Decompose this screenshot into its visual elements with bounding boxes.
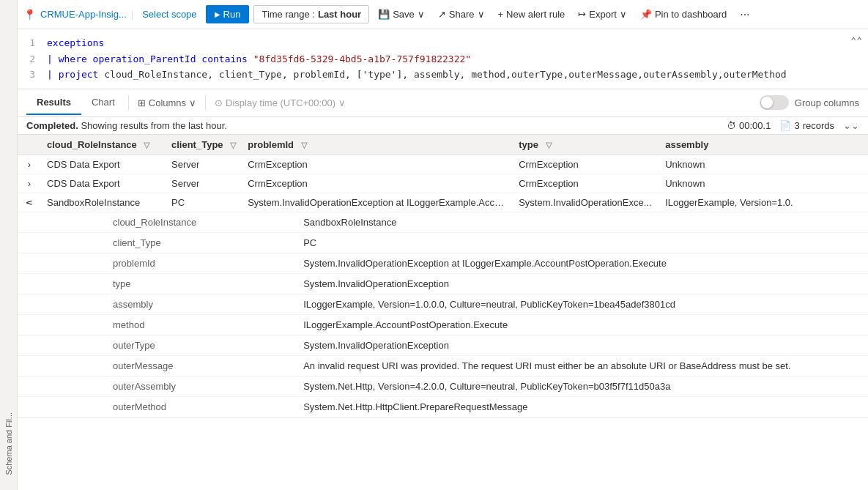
col-header-assembly[interactable]: assembly bbox=[659, 135, 868, 155]
col-header-cloud-role[interactable]: cloud_RoleInstance ▽ bbox=[41, 135, 166, 155]
duration-value: 00:00.1 bbox=[739, 120, 771, 131]
export-icon: ↦ bbox=[578, 9, 586, 20]
more-options-button[interactable]: ··· bbox=[735, 5, 754, 24]
table-row: › CDS Data Export Server CrmException Cr… bbox=[18, 155, 868, 174]
select-scope-button[interactable]: Select scope bbox=[138, 6, 201, 23]
group-columns-label: Group columns bbox=[795, 97, 859, 108]
results-table: cloud_RoleInstance ▽ client_Type ▽ probl… bbox=[18, 135, 868, 418]
code-string-value: "8fd35fd6-5329-4bd5-a1b7-757f91822322" bbox=[253, 53, 471, 64]
filter-type-icon[interactable]: ▽ bbox=[546, 141, 552, 149]
code-line-3-text[interactable]: | project cloud_RoleInstance, client_Typ… bbox=[47, 67, 868, 82]
tab-results[interactable]: Results bbox=[26, 91, 81, 115]
run-button[interactable]: ▶ Run bbox=[206, 5, 250, 23]
filter-problem-id-icon[interactable]: ▽ bbox=[301, 141, 307, 149]
expand-icon-1[interactable]: › bbox=[23, 159, 35, 170]
save-button[interactable]: 💾 Save ∨ bbox=[374, 6, 429, 23]
status-records: 📄 3 records bbox=[779, 120, 834, 131]
detail-value-problem-id: System.InvalidOperationException at ILog… bbox=[208, 253, 868, 273]
code-line-2-text[interactable]: | where operation_ParentId contains "8fd… bbox=[47, 52, 868, 67]
detail-label-problem-id: problemId bbox=[18, 253, 208, 273]
share-button[interactable]: ↗ Share ∨ bbox=[434, 6, 489, 23]
time-range-selector[interactable]: Time range : Last hour bbox=[253, 5, 369, 23]
col-label-assembly: assembly bbox=[665, 139, 708, 150]
share-chevron-icon: ∨ bbox=[478, 9, 485, 20]
code-line-3: 3 | project cloud_RoleInstance, client_T… bbox=[18, 67, 868, 83]
display-time-button[interactable]: ⊙ Display time (UTC+00:00) ∨ bbox=[209, 94, 352, 111]
detail-item: assembly ILoggerExample, Version=1.0.0.0… bbox=[18, 294, 868, 314]
app-name[interactable]: CRMUE-App-Insig... bbox=[40, 9, 127, 20]
detail-item: outerAssembly System.Net.Http, Version=4… bbox=[18, 376, 868, 396]
document-icon: 📄 bbox=[779, 120, 791, 131]
cell-type-2: CrmException bbox=[513, 174, 659, 193]
cell-problem-id-3: System.InvalidOperationException at ILog… bbox=[242, 193, 513, 212]
cell-client-type-1: Server bbox=[166, 155, 242, 174]
cell-problem-id-1: CrmException bbox=[242, 155, 513, 174]
detail-item: client_Type PC bbox=[18, 232, 868, 253]
detail-label-type: type bbox=[18, 273, 208, 294]
col-header-client-type[interactable]: client_Type ▽ bbox=[166, 135, 242, 155]
detail-value-outer-message: An invalid request URI was provided. The… bbox=[208, 355, 868, 376]
code-editor: 1 exceptions 2 | where operation_ParentI… bbox=[18, 29, 868, 89]
pin-label: Pin to dashboard bbox=[655, 9, 727, 20]
collapse-all-icon[interactable]: ⌄⌄ bbox=[843, 120, 859, 131]
time-range-value: Last hour bbox=[318, 9, 361, 20]
detail-item: cloud_RoleInstance SandboxRoleInstance bbox=[18, 212, 868, 233]
share-icon: ↗ bbox=[438, 9, 446, 20]
col-label-client-type: client_Type bbox=[171, 139, 223, 150]
pin-button[interactable]: 📌 Pin to dashboard bbox=[636, 6, 731, 23]
detail-item: method ILoggerExample.AccountPostOperati… bbox=[18, 314, 868, 335]
cell-cloud-role-1: CDS Data Export bbox=[41, 155, 166, 174]
table-header-row: cloud_RoleInstance ▽ client_Type ▽ probl… bbox=[18, 135, 868, 155]
toolbar: 📍 CRMUE-App-Insig... | Select scope ▶ Ru… bbox=[18, 0, 868, 29]
new-alert-button[interactable]: + New alert rule bbox=[494, 6, 570, 23]
cell-cloud-role-3: SandboxRoleInstance bbox=[41, 193, 166, 212]
side-panel-label: Schema and Fil... bbox=[4, 412, 13, 417]
line-number-3: 3 bbox=[18, 67, 47, 82]
status-right: ⏱ 00:00.1 📄 3 records ⌄⌄ bbox=[727, 120, 859, 131]
columns-label: Columns bbox=[149, 97, 186, 108]
editor-collapse-button[interactable]: ⌃⌃ bbox=[850, 35, 862, 46]
columns-button[interactable]: ⊞ Columns ∨ bbox=[132, 94, 202, 111]
expand-cell-1[interactable]: › bbox=[18, 155, 41, 174]
col-label-type: type bbox=[519, 139, 538, 150]
cell-problem-id-2: CrmException bbox=[242, 174, 513, 193]
clock-status-icon: ⏱ bbox=[727, 120, 736, 131]
detail-row: cloud_RoleInstance SandboxRoleInstance c… bbox=[18, 212, 868, 417]
new-alert-label: New alert rule bbox=[506, 9, 565, 20]
export-button[interactable]: ↦ Export ∨ bbox=[574, 6, 631, 23]
col-header-type[interactable]: type ▽ bbox=[513, 135, 659, 155]
col-header-problem-id[interactable]: problemId ▽ bbox=[242, 135, 513, 155]
run-label: Run bbox=[223, 9, 241, 20]
detail-item: type System.InvalidOperationException bbox=[18, 273, 868, 294]
expand-cell-2[interactable]: › bbox=[18, 174, 41, 193]
tab-chart[interactable]: Chart bbox=[81, 91, 125, 115]
expand-icon-2[interactable]: › bbox=[23, 178, 35, 189]
tab-divider bbox=[128, 95, 129, 110]
toggle-knob bbox=[761, 97, 773, 108]
detail-value-outer-type: System.InvalidOperationException bbox=[208, 335, 868, 355]
group-columns-container: Group columns bbox=[760, 95, 859, 110]
expand-cell-3[interactable]: ∨ bbox=[18, 193, 41, 212]
side-panel[interactable]: Schema and Fil... bbox=[0, 0, 18, 418]
status-completed: Completed. bbox=[26, 120, 78, 131]
detail-content: cloud_RoleInstance SandboxRoleInstance c… bbox=[18, 212, 868, 417]
pin-icon: 📌 bbox=[640, 9, 652, 20]
detail-item: outerMessage An invalid request URI was … bbox=[18, 355, 868, 376]
cell-client-type-3: PC bbox=[166, 193, 242, 212]
detail-label-method: method bbox=[18, 314, 208, 335]
save-icon: 💾 bbox=[378, 9, 390, 20]
expand-icon-3[interactable]: ∨ bbox=[24, 196, 35, 208]
status-text: Completed. Showing results from the last… bbox=[26, 120, 227, 131]
filter-client-type-icon[interactable]: ▽ bbox=[230, 141, 236, 149]
expand-column-header bbox=[18, 135, 41, 155]
code-line-1-text[interactable]: exceptions bbox=[47, 36, 868, 51]
group-columns-toggle[interactable] bbox=[760, 95, 789, 110]
detail-value-cloud-role: SandboxRoleInstance bbox=[208, 212, 868, 233]
export-label: Export bbox=[589, 9, 617, 20]
detail-value-method: ILoggerExample.AccountPostOperation.Exec… bbox=[208, 314, 868, 335]
cell-client-type-2: Server bbox=[166, 174, 242, 193]
filter-cloud-role-icon[interactable]: ▽ bbox=[144, 141, 149, 149]
detail-value-outer-method: System.Net.Http.HttpClient.PrepareReques… bbox=[208, 396, 868, 417]
location-icon: 📍 bbox=[23, 9, 36, 21]
detail-label-client-type: client_Type bbox=[18, 232, 208, 253]
